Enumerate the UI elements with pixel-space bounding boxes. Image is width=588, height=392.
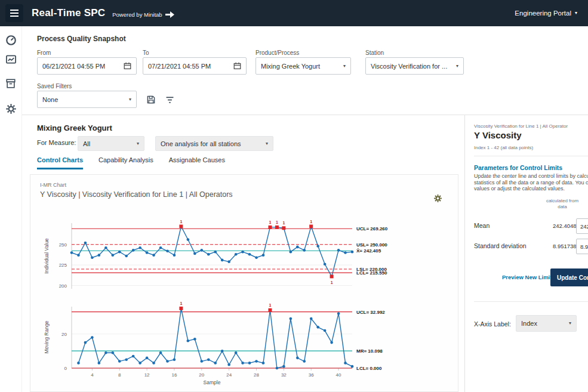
svg-text:MR= 10.098: MR= 10.098 xyxy=(356,348,383,354)
product-label: Product/Process xyxy=(255,50,299,56)
update-control-limits-button[interactable]: Update Control Limits xyxy=(550,268,588,286)
filter-options-button[interactable] xyxy=(163,93,176,106)
svg-text:1: 1 xyxy=(310,220,312,224)
chevron-down-icon: ▾ xyxy=(456,64,458,69)
portal-label: Engineering Portal xyxy=(515,10,571,17)
svg-text:1: 1 xyxy=(331,280,333,285)
tab-control-charts[interactable]: Control Charts xyxy=(37,156,83,169)
filter-icon xyxy=(165,95,175,105)
panel-subtitle: Viscosity Verification for Line 1 | All … xyxy=(474,124,568,129)
standard-deviation-calculated-value: 8.951738 xyxy=(553,243,577,249)
imr-chart-svg: 200225250020481216202428323640SampleIndi… xyxy=(33,202,454,391)
right-panel: Viscosity Verification for Line 1 | All … xyxy=(464,115,588,392)
standard-deviation-label: Standard deviation xyxy=(474,242,527,249)
svg-text:Moving Range: Moving Range xyxy=(44,320,50,353)
mean-input[interactable]: 242.4048 xyxy=(576,218,588,234)
svg-text:1: 1 xyxy=(282,221,285,225)
gear-icon xyxy=(433,194,442,203)
svg-text:8: 8 xyxy=(118,372,121,378)
analysis-tabs: Control Charts Capability Analysis Assig… xyxy=(37,156,225,169)
svg-text:1: 1 xyxy=(269,303,271,307)
left-icon-rail xyxy=(0,26,22,392)
svg-text:UCL= 32.992: UCL= 32.992 xyxy=(356,310,385,315)
powered-by-label: Powered by Minitab xyxy=(112,11,162,18)
from-date-value: 06/21/2021 04:55 PM xyxy=(42,63,124,70)
station-value: Viscosity Verification for ... xyxy=(371,63,452,70)
hamburger-menu-icon[interactable] xyxy=(5,4,23,22)
section-title: Process Quality Snapshot xyxy=(37,35,126,43)
powered-by: Powered by Minitab xyxy=(112,11,174,18)
panel-divider xyxy=(474,156,588,156)
chart-image-icon xyxy=(5,54,17,65)
chevron-down-icon: ▾ xyxy=(266,141,268,146)
svg-text:16: 16 xyxy=(171,372,177,378)
svg-text:24: 24 xyxy=(226,372,232,378)
gear-icon xyxy=(5,103,17,115)
svg-text:20: 20 xyxy=(199,372,204,378)
sidebar-item-charts[interactable] xyxy=(4,53,17,66)
for-measure-label: For Measure: xyxy=(37,139,76,146)
to-label: To xyxy=(143,50,149,56)
standard-deviation-input[interactable]: 8.951738 xyxy=(576,239,588,254)
chevron-down-icon: ▾ xyxy=(129,97,131,102)
saved-filters-label: Saved Filters xyxy=(37,83,72,89)
svg-text:LCL= 0.000: LCL= 0.000 xyxy=(356,366,382,371)
svg-text:28: 28 xyxy=(254,372,259,378)
chevron-down-icon: ▾ xyxy=(569,321,571,326)
svg-text:Individual Value: Individual Value xyxy=(44,238,50,274)
chart-type-label: I-MR Chart xyxy=(40,182,66,188)
panel-divider xyxy=(474,301,588,302)
svg-text:4: 4 xyxy=(91,372,94,378)
mean-label: Mean xyxy=(474,222,490,229)
svg-text:36: 36 xyxy=(309,372,314,378)
svg-text:1: 1 xyxy=(276,220,278,224)
sidebar-item-settings[interactable] xyxy=(4,102,17,115)
svg-text:225: 225 xyxy=(59,263,67,268)
top-navbar: Real-Time SPC Powered by Minitab Enginee… xyxy=(0,0,588,26)
params-title: Parameters for Control Limits xyxy=(474,164,562,171)
chevron-down-icon: ▾ xyxy=(575,11,577,16)
product-select[interactable]: Mixing Greek Yogurt ▾ xyxy=(255,57,351,75)
measure-select[interactable]: All ▾ xyxy=(78,136,144,151)
to-date-input[interactable]: 07/21/2021 04:55 PM xyxy=(143,57,247,75)
sidebar-item-dashboard[interactable] xyxy=(4,33,17,47)
svg-text:40: 40 xyxy=(336,372,341,378)
panel-title: Y Viscosity xyxy=(474,130,522,140)
svg-text:32: 32 xyxy=(281,372,287,378)
portal-menu[interactable]: Engineering Portal ▾ xyxy=(515,10,577,17)
tab-assignable-causes[interactable]: Assignable Causes xyxy=(169,156,225,169)
sidebar-item-inventory[interactable] xyxy=(4,77,17,90)
chart-title: Y Viscosity | Viscosity Verification for… xyxy=(40,190,233,199)
to-date-value: 07/21/2021 04:55 PM xyxy=(148,63,233,70)
mean-calculated-value: 242.4048 xyxy=(553,223,577,229)
from-date-input[interactable]: 06/21/2021 04:55 PM xyxy=(37,57,137,75)
x-axis-value: Index xyxy=(521,320,565,327)
preview-new-limits-link[interactable]: Preview New Limits xyxy=(502,274,555,280)
station-label: Station xyxy=(365,50,384,56)
svg-text:1: 1 xyxy=(180,220,182,224)
tab-capability-analysis[interactable]: Capability Analysis xyxy=(98,156,153,169)
gauge-icon xyxy=(5,35,17,46)
x-axis-select[interactable]: Index ▾ xyxy=(516,315,577,332)
saved-filters-select[interactable]: None ▾ xyxy=(37,91,137,108)
saved-filters-value: None xyxy=(42,96,125,103)
chevron-down-icon: ▾ xyxy=(137,141,139,146)
calendar-icon xyxy=(233,62,241,70)
floppy-disk-icon xyxy=(146,95,156,104)
from-label: From xyxy=(37,50,51,56)
svg-text:1: 1 xyxy=(180,301,182,305)
station-select[interactable]: Viscosity Verification for ... ▾ xyxy=(365,57,464,75)
svg-text:20: 20 xyxy=(61,332,67,337)
svg-text:12: 12 xyxy=(144,372,150,378)
svg-text:UCL= 269.260: UCL= 269.260 xyxy=(356,226,388,232)
analysis-mode-select[interactable]: One analysis for all stations ▾ xyxy=(155,136,273,151)
svg-text:250: 250 xyxy=(59,242,67,248)
svg-text:200: 200 xyxy=(59,283,67,289)
save-filter-button[interactable] xyxy=(144,93,158,106)
calculated-column-header: calculated from data xyxy=(545,198,580,209)
minitab-logo-icon xyxy=(165,11,174,18)
analysis-title: Mixing Greek Yogurt xyxy=(37,124,112,132)
calendar-icon xyxy=(124,62,131,70)
product-value: Mixing Greek Yogurt xyxy=(261,63,340,70)
measure-value: All xyxy=(83,140,133,147)
